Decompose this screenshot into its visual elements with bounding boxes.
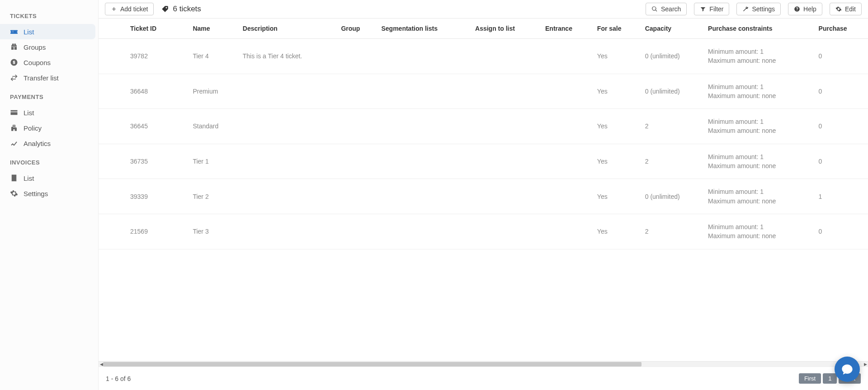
button-label: Search xyxy=(661,5,681,13)
cell-entrance xyxy=(541,39,593,74)
scroll-right-icon[interactable]: ▶ xyxy=(863,362,868,367)
col-for-sale[interactable]: For sale xyxy=(593,19,641,39)
table-row[interactable]: 36648PremiumYes0 (unlimited)Minimum amou… xyxy=(99,74,868,109)
cell-ticket-id: 21569 xyxy=(99,214,188,249)
card-icon xyxy=(10,108,18,117)
sidebar-section-invoices: INVOICES xyxy=(0,151,98,170)
button-label: Edit xyxy=(845,5,856,13)
gift-icon xyxy=(10,43,18,51)
sidebar-item-label: Settings xyxy=(24,190,48,197)
cell-for-sale: Yes xyxy=(593,39,641,74)
help-icon xyxy=(794,6,800,12)
button-label: Filter xyxy=(709,5,723,13)
pager-page-button[interactable]: 1 xyxy=(823,373,837,384)
table-scroll[interactable]: Ticket ID Name Description Group Segment… xyxy=(99,19,868,361)
col-capacity[interactable]: Capacity xyxy=(641,19,703,39)
cell-name: Premium xyxy=(188,74,238,109)
cell-description xyxy=(238,144,337,179)
add-ticket-button[interactable]: Add ticket xyxy=(105,3,154,15)
cell-description: This is a Tier 4 ticket. xyxy=(238,39,337,74)
cell-description xyxy=(238,179,337,214)
cell-entrance xyxy=(541,144,593,179)
cell-assign xyxy=(471,144,541,179)
table-header-row: Ticket ID Name Description Group Segment… xyxy=(99,19,868,39)
sidebar-item-analytics[interactable]: Analytics xyxy=(0,136,98,151)
cell-capacity: 0 (unlimited) xyxy=(641,74,703,109)
col-assign[interactable]: Assign to list xyxy=(471,19,541,39)
filter-button[interactable]: Filter xyxy=(694,3,729,15)
col-constraints[interactable]: Purchase constraints xyxy=(703,19,814,39)
col-description[interactable]: Description xyxy=(238,19,337,39)
cell-constraints: Minimum amount: 1Maximum amount: none xyxy=(703,214,814,249)
col-name[interactable]: Name xyxy=(188,19,238,39)
chat-bubble[interactable] xyxy=(835,357,860,382)
tickets-table: Ticket ID Name Description Group Segment… xyxy=(99,19,868,249)
ticket-count: 6 tickets xyxy=(161,5,201,14)
table-row[interactable]: 36735Tier 1Yes2Minimum amount: 1Maximum … xyxy=(99,144,868,179)
col-entrance[interactable]: Entrance xyxy=(541,19,593,39)
cell-capacity: 2 xyxy=(641,214,703,249)
table-row[interactable]: 36645StandardYes2Minimum amount: 1Maximu… xyxy=(99,109,868,144)
edit-button[interactable]: Edit xyxy=(830,3,862,15)
cell-for-sale: Yes xyxy=(593,109,641,144)
cell-entrance xyxy=(541,109,593,144)
settings-button[interactable]: Settings xyxy=(736,3,781,15)
sidebar-item-invoices-list[interactable]: List xyxy=(0,170,98,186)
button-label: Add ticket xyxy=(120,5,148,13)
cell-ticket-id: 36645 xyxy=(99,109,188,144)
sidebar-item-tickets-list[interactable]: List xyxy=(0,24,95,39)
cell-purchase: 0 xyxy=(814,74,868,109)
search-button[interactable]: Search xyxy=(646,3,687,15)
cell-entrance xyxy=(541,179,593,214)
cell-group xyxy=(336,144,377,179)
receipt-icon xyxy=(10,174,18,182)
cell-name: Tier 3 xyxy=(188,214,238,249)
cell-capacity: 0 (unlimited) xyxy=(641,179,703,214)
col-ticket-id[interactable]: Ticket ID xyxy=(99,19,188,39)
sidebar-item-label: Policy xyxy=(24,124,42,132)
cell-segmentation xyxy=(377,179,471,214)
cell-purchase: 0 xyxy=(814,214,868,249)
sidebar-item-label: List xyxy=(24,28,34,36)
cell-constraints: Minimum amount: 1Maximum amount: none xyxy=(703,109,814,144)
horizontal-scrollbar[interactable]: ◀ ▶ xyxy=(99,361,868,367)
cell-segmentation xyxy=(377,74,471,109)
table-row[interactable]: 39339Tier 2Yes0 (unlimited)Minimum amoun… xyxy=(99,179,868,214)
sidebar-item-policy[interactable]: Policy xyxy=(0,120,98,136)
cell-group xyxy=(336,179,377,214)
sidebar-item-coupons[interactable]: Coupons xyxy=(0,55,98,70)
scroll-thumb[interactable] xyxy=(103,362,642,367)
col-segmentation[interactable]: Segmentation lists xyxy=(377,19,471,39)
cell-assign xyxy=(471,39,541,74)
cell-for-sale: Yes xyxy=(593,144,641,179)
cell-group xyxy=(336,109,377,144)
cell-segmentation xyxy=(377,39,471,74)
cell-constraints: Minimum amount: 1Maximum amount: none xyxy=(703,179,814,214)
button-label: Settings xyxy=(752,5,775,13)
sidebar-item-label: Groups xyxy=(24,43,46,51)
coin-icon xyxy=(10,58,18,66)
cell-assign xyxy=(471,179,541,214)
chart-icon xyxy=(10,139,18,147)
cell-constraints: Minimum amount: 1Maximum amount: none xyxy=(703,144,814,179)
cell-for-sale: Yes xyxy=(593,179,641,214)
table-row[interactable]: 21569Tier 3Yes2Minimum amount: 1Maximum … xyxy=(99,214,868,249)
pager-first-button[interactable]: First xyxy=(799,373,821,384)
sidebar-item-invoice-settings[interactable]: Settings xyxy=(0,186,98,201)
cell-group xyxy=(336,214,377,249)
toolbar: Add ticket 6 tickets Search Filter Setti… xyxy=(99,0,868,19)
col-group[interactable]: Group xyxy=(336,19,377,39)
cell-name: Tier 2 xyxy=(188,179,238,214)
sidebar-item-payments-list[interactable]: List xyxy=(0,105,98,120)
col-purchase[interactable]: Purchase xyxy=(814,19,868,39)
plus-icon xyxy=(111,6,117,12)
cell-purchase: 0 xyxy=(814,144,868,179)
sidebar-item-groups[interactable]: Groups xyxy=(0,39,98,55)
help-button[interactable]: Help xyxy=(788,3,822,15)
sidebar-item-transfer-list[interactable]: Transfer list xyxy=(0,70,98,85)
cell-segmentation xyxy=(377,214,471,249)
sidebar: TICKETS List Groups Coupons Transfer lis… xyxy=(0,0,99,390)
table-row[interactable]: 39782Tier 4This is a Tier 4 ticket.Yes0 … xyxy=(99,39,868,74)
transfer-icon xyxy=(10,74,18,82)
cell-purchase: 1 xyxy=(814,179,868,214)
